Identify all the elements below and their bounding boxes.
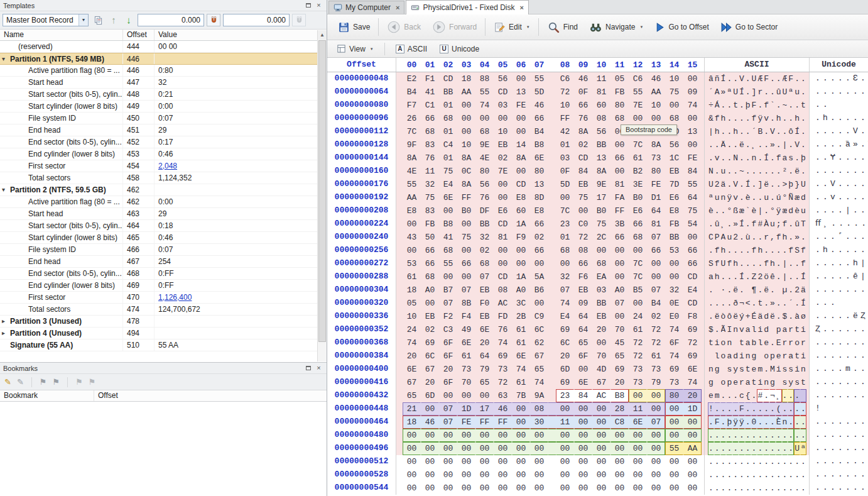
- hex-byte[interactable]: E4: [439, 178, 457, 191]
- hex-byte[interactable]: 00: [610, 468, 629, 482]
- ascii-char[interactable]: .: [800, 72, 806, 85]
- ascii-char[interactable]: r: [782, 336, 788, 350]
- ascii-cell[interactable]: è..°ßæ`è|.°ÿædèu: [704, 204, 810, 218]
- ascii-char[interactable]: P: [714, 231, 720, 244]
- ascii-char[interactable]: .: [714, 455, 720, 468]
- ascii-char[interactable]: a: [745, 323, 751, 336]
- ascii-char[interactable]: U: [732, 85, 739, 99]
- template-row[interactable]: ▸Partition 3 (Unused)478: [0, 316, 327, 328]
- hex-byte[interactable]: CD: [574, 152, 592, 165]
- ascii-char[interactable]: r: [739, 376, 745, 389]
- hex-byte[interactable]: 80: [530, 165, 548, 178]
- field-name-cell[interactable]: Start head: [0, 77, 123, 88]
- hex-byte[interactable]: 00: [629, 482, 647, 495]
- ascii-char[interactable]: .: [732, 165, 739, 178]
- ascii-char[interactable]: ê: [769, 270, 776, 284]
- ascii-char[interactable]: ,: [769, 231, 776, 244]
- hex-byte[interactable]: 00: [494, 257, 512, 270]
- ascii-char[interactable]: S: [794, 244, 800, 257]
- ascii-char[interactable]: ë: [794, 165, 800, 178]
- hex-byte[interactable]: 02: [421, 323, 439, 336]
- field-name-cell[interactable]: File system ID: [0, 113, 123, 124]
- ascii-char[interactable]: .: [726, 125, 732, 138]
- ascii-char[interactable]: þ: [726, 416, 732, 429]
- hex-byte[interactable]: 8B: [457, 297, 475, 310]
- hex-byte[interactable]: 00: [403, 455, 421, 468]
- field-name-cell[interactable]: End head: [0, 256, 123, 267]
- hex-byte[interactable]: 80: [665, 389, 683, 402]
- hex-byte[interactable]: 7C: [403, 125, 421, 138]
- tab-my-computer[interactable]: My Computer ×: [328, 1, 404, 14]
- ascii-char[interactable]: M: [769, 363, 776, 376]
- hex-byte[interactable]: 00: [647, 468, 665, 482]
- hex-byte[interactable]: CD: [494, 218, 512, 231]
- ascii-char[interactable]: .: [720, 416, 727, 429]
- hex-byte[interactable]: 08: [494, 284, 512, 297]
- forward-button[interactable]: Forward: [426, 16, 482, 38]
- ascii-char[interactable]: n: [732, 323, 739, 336]
- ascii-char[interactable]: þ: [745, 99, 751, 112]
- hex-byte[interactable]: 61: [512, 323, 530, 336]
- expander-closed-icon[interactable]: ▸: [2, 328, 10, 339]
- ascii-char[interactable]: .: [757, 442, 763, 455]
- field-name-cell[interactable]: End head: [0, 124, 123, 136]
- ascii-char[interactable]: v: [763, 112, 769, 125]
- ascii-char[interactable]: .: [751, 482, 757, 495]
- unicode-cell[interactable]: ........: [810, 376, 868, 389]
- hex-byte[interactable]: 7D: [665, 178, 683, 191]
- hex-byte[interactable]: 00: [439, 442, 457, 455]
- hex-byte[interactable]: 00: [574, 429, 592, 442]
- hex-byte[interactable]: 07: [647, 284, 665, 297]
- ascii-char[interactable]: i: [794, 363, 800, 376]
- hex-byte[interactable]: A0: [512, 284, 530, 297]
- hex-byte[interactable]: 60: [592, 99, 610, 112]
- hex-byte[interactable]: 00: [647, 455, 665, 468]
- ascii-char[interactable]: .: [763, 244, 769, 257]
- ascii-char[interactable]: (: [776, 402, 782, 416]
- ascii-char[interactable]: .: [720, 482, 727, 495]
- ascii-char[interactable]: .: [726, 99, 732, 112]
- ascii-char[interactable]: f: [714, 244, 720, 257]
- hex-byte[interactable]: 6E: [683, 363, 702, 376]
- hex-byte[interactable]: 20: [421, 376, 439, 389]
- hex-byte[interactable]: 8D: [530, 191, 548, 204]
- hex-byte[interactable]: 00: [665, 429, 683, 442]
- ascii-char[interactable]: ª: [708, 191, 714, 204]
- ascii-char[interactable]: .: [739, 284, 745, 297]
- ascii-char[interactable]: ÿ: [776, 204, 782, 218]
- ascii-cell[interactable]: CPAu2.ù..r,fh.».: [704, 231, 810, 244]
- hex-byte[interactable]: 66: [683, 244, 702, 257]
- ascii-cell[interactable]: ................: [704, 482, 810, 495]
- hex-byte[interactable]: 00: [629, 429, 647, 442]
- ascii-char[interactable]: .: [769, 468, 776, 482]
- hex-byte[interactable]: 67: [530, 350, 548, 363]
- hex-byte[interactable]: 00: [530, 257, 548, 270]
- ascii-char[interactable]: .: [757, 468, 763, 482]
- ascii-char[interactable]: .: [720, 468, 727, 482]
- hex-byte[interactable]: 20: [403, 350, 421, 363]
- hex-byte[interactable]: 75: [421, 191, 439, 204]
- field-name-cell[interactable]: ▾Partition 1 (NTFS, 549 MB): [0, 53, 123, 64]
- hex-byte[interactable]: BB: [665, 231, 683, 244]
- ascii-char[interactable]: .: [726, 244, 732, 257]
- hex-byte[interactable]: 00: [683, 429, 702, 442]
- hex-byte[interactable]: C8: [610, 416, 629, 429]
- ascii-char[interactable]: t: [794, 323, 800, 336]
- hex-byte[interactable]: 70: [592, 350, 610, 363]
- ascii-char[interactable]: f: [788, 244, 794, 257]
- ascii-char[interactable]: f: [782, 218, 788, 231]
- hex-byte[interactable]: 00: [629, 244, 647, 257]
- hex-byte[interactable]: 00: [592, 429, 610, 442]
- ascii-char[interactable]: ù: [745, 231, 751, 244]
- hex-byte[interactable]: 00: [403, 482, 421, 495]
- hex-byte[interactable]: 10: [556, 99, 574, 112]
- ascii-char[interactable]: .: [782, 442, 788, 455]
- hex-byte[interactable]: 00: [683, 138, 702, 152]
- hex-byte[interactable]: 69: [494, 350, 512, 363]
- hex-byte[interactable]: 00: [665, 468, 683, 482]
- ascii-char[interactable]: ý: [739, 310, 745, 323]
- hex-byte[interactable]: 03: [494, 99, 512, 112]
- ascii-char[interactable]: .: [788, 416, 794, 429]
- hex-byte[interactable]: 00: [647, 257, 665, 270]
- hex-byte[interactable]: 68: [475, 257, 494, 270]
